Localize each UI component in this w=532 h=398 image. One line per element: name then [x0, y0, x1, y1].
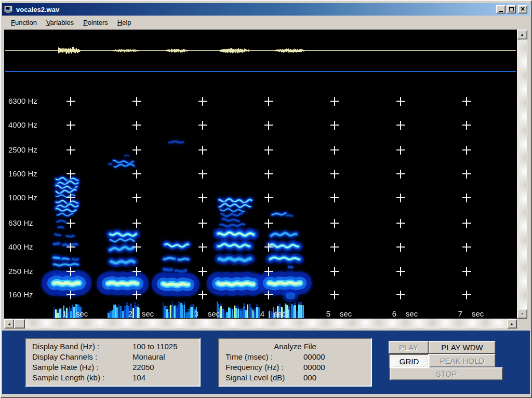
time-label-num: 4	[255, 309, 264, 318]
minimize-button[interactable]	[496, 5, 506, 13]
info-row-display-band: Display Band (Hz) :100 to 11025	[32, 341, 193, 352]
app-window: vocales2.wav × Function Variables Pointe…	[0, 0, 532, 398]
peak-hold-button[interactable]: PEAK HOLD	[429, 354, 496, 367]
horizontal-scrollbar[interactable]: ◄ ►	[4, 319, 517, 328]
time-label-num: 2	[123, 309, 132, 318]
time-label-3: 3sec	[189, 309, 239, 318]
time-label-num: 1	[57, 309, 66, 318]
info-value: 00000	[303, 352, 325, 361]
scroll-left-icon: ◄	[7, 322, 11, 326]
info-value: 100 to 11025	[132, 342, 177, 351]
info-value: 000	[303, 373, 316, 382]
spectrogram-display: 6300 Hz 4000 Hz 2500 Hz 1600 Hz 1000 Hz …	[4, 30, 517, 319]
file-info-box: Display Band (Hz) :100 to 11025 Display …	[25, 338, 201, 387]
info-label: Time (msec) :	[225, 352, 303, 362]
menu-variables[interactable]: Variables	[42, 18, 78, 28]
scrollbar-corner	[517, 319, 527, 328]
time-label-unit: sec	[472, 309, 484, 318]
spectrogram-canvas[interactable]	[4, 30, 517, 319]
title-bar[interactable]: vocales2.wav ×	[2, 3, 530, 16]
time-label-num: 7	[453, 309, 462, 318]
scroll-right-icon: ►	[510, 322, 514, 326]
menu-function[interactable]: Function	[6, 18, 42, 28]
freq-label-2500: 2500 Hz	[8, 145, 37, 154]
scroll-up-button[interactable]: ▲	[517, 30, 527, 39]
analyze-file-box: Analyze File Time (msec) :00000 Frequenc…	[218, 338, 372, 387]
freq-label-4000: 4000 Hz	[8, 120, 37, 129]
info-row-sample-rate: Sample Rate (Hz) :22050	[32, 362, 193, 373]
scroll-left-button[interactable]: ◄	[4, 319, 14, 328]
close-icon: ×	[521, 6, 525, 12]
info-label: Display Channels :	[32, 352, 132, 362]
menu-bar: Function Variables Pointers Help	[2, 16, 530, 29]
close-button[interactable]: ×	[518, 5, 527, 13]
time-label-4: 4sec	[255, 309, 305, 318]
time-label-unit: sec	[142, 309, 154, 318]
info-label: Signal Level (dB)	[225, 373, 303, 383]
menu-help[interactable]: Help	[113, 18, 136, 28]
grid-button[interactable]: GRID	[389, 354, 429, 367]
time-label-unit: sec	[208, 309, 220, 318]
freq-label-160: 160 Hz	[8, 290, 33, 299]
freq-label-630: 630 Hz	[8, 218, 33, 227]
time-label-6: 6sec	[387, 309, 437, 318]
scroll-down-icon: ▼	[521, 312, 524, 315]
stop-button[interactable]: STOP	[390, 367, 503, 380]
scroll-down-button[interactable]: ▼	[517, 309, 527, 319]
info-label: Frequency (Hz) :	[225, 362, 303, 373]
time-label-num: 6	[387, 309, 396, 318]
window-controls: ×	[496, 5, 527, 13]
menu-pointers[interactable]: Pointers	[78, 18, 113, 28]
info-label: Sample Rate (Hz) :	[32, 362, 132, 373]
status-panel: Display Band (Hz) :100 to 11025 Display …	[2, 331, 530, 394]
app-icon	[4, 6, 13, 13]
window-title: vocales2.wav	[16, 6, 59, 13]
info-value: 104	[132, 373, 145, 382]
info-row-signal-level: Signal Level (dB)000	[225, 373, 365, 383]
scroll-right-button[interactable]: ►	[507, 319, 517, 328]
freq-label-1600: 1600 Hz	[8, 169, 37, 178]
info-label: Display Band (Hz) :	[32, 341, 132, 352]
time-label-unit: sec	[274, 309, 286, 318]
freq-label-1000: 1000 Hz	[8, 193, 37, 202]
info-value: Monaural	[132, 352, 165, 361]
time-label-num: 3	[189, 309, 198, 318]
freq-label-250: 250 Hz	[8, 267, 33, 276]
time-label-unit: sec	[406, 309, 418, 318]
info-value: 00000	[303, 363, 325, 372]
scroll-up-icon: ▲	[521, 33, 524, 36]
play-wdw-button[interactable]: PLAY WDW	[429, 341, 496, 354]
time-label-7: 7sec	[453, 309, 503, 318]
app-icon-base	[6, 12, 10, 13]
play-button[interactable]: PLAY	[389, 341, 429, 354]
time-label-1: 1sec	[57, 309, 107, 318]
time-label-num: 5	[321, 309, 330, 318]
vertical-scrollbar[interactable]: ▲ ▼	[517, 30, 527, 319]
freq-label-6300: 6300 Hz	[8, 97, 37, 105]
minimize-icon	[499, 11, 503, 12]
time-label-5: 5sec	[321, 309, 371, 318]
time-label-unit: sec	[76, 309, 88, 318]
info-row-time: Time (msec) :00000	[225, 352, 365, 362]
horizontal-scroll-thumb[interactable]	[14, 319, 25, 328]
app-icon-screen	[5, 7, 10, 10]
maximize-button[interactable]	[507, 5, 516, 13]
time-label-2: 2sec	[123, 309, 173, 318]
info-value: 22050	[132, 363, 154, 372]
info-row-display-channels: Display Channels :Monaural	[32, 352, 193, 362]
info-label: Sample Length (kb) :	[32, 373, 132, 383]
analyze-title: Analyze File	[225, 341, 365, 352]
info-row-sample-length: Sample Length (kb) :104	[32, 373, 193, 383]
maximize-icon	[509, 7, 514, 11]
freq-label-400: 400 Hz	[8, 242, 33, 251]
info-row-frequency: Frequency (Hz) :00000	[225, 362, 365, 373]
time-label-unit: sec	[340, 309, 352, 318]
